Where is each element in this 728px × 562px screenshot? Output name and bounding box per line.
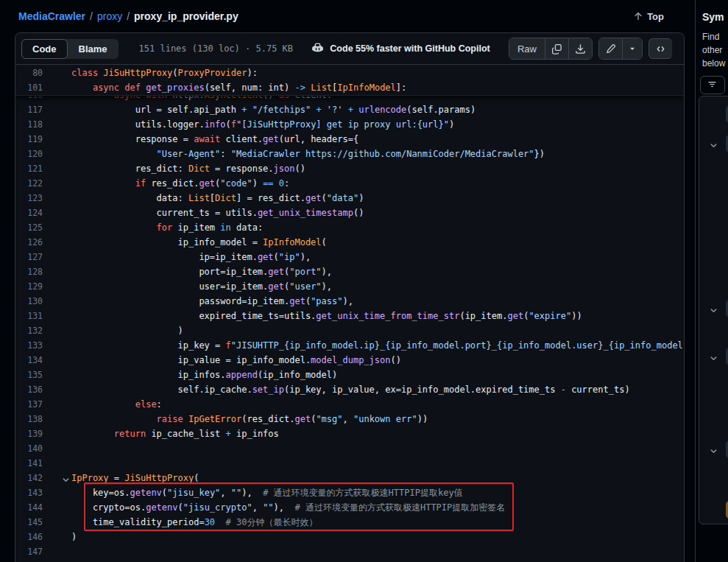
code-line: 80class JiSuHttpProxy(ProxyProvider): <box>15 66 684 80</box>
line-number[interactable]: 122 <box>15 176 43 191</box>
line-number[interactable]: 130 <box>15 294 43 309</box>
symbol-tree-item[interactable] <box>699 105 728 123</box>
chevron-down-icon[interactable] <box>710 139 718 152</box>
raw-button[interactable]: Raw <box>509 38 545 59</box>
line-number[interactable]: 117 <box>15 102 43 117</box>
symbol-tree-item[interactable] <box>699 348 728 365</box>
line-number[interactable]: 131 <box>15 309 43 323</box>
breadcrumb: MediaCrawler / proxy / proxy_ip_provider… <box>18 10 238 22</box>
gutter <box>43 294 71 309</box>
line-number[interactable]: 126 <box>15 235 43 250</box>
gutter <box>43 80 71 95</box>
edit-group <box>598 38 643 60</box>
chevron-down-icon[interactable] <box>710 304 718 317</box>
gutter <box>43 176 71 191</box>
line-number[interactable]: 124 <box>15 206 43 220</box>
line-number[interactable]: 123 <box>15 191 43 206</box>
copy-raw-button[interactable] <box>545 38 569 59</box>
line-number[interactable]: 132 <box>15 323 43 338</box>
line-number[interactable]: 146 <box>15 530 43 544</box>
code-line: 121 res_dict: Dict = response.json() <box>15 161 684 176</box>
line-number[interactable]: 118 <box>15 117 43 132</box>
tab-blame[interactable]: Blame <box>68 39 119 59</box>
code-line: 123 data: List[Dict] = res_dict.get("dat… <box>15 191 684 206</box>
copilot-banner[interactable]: Code 55% faster with GitHub Copilot <box>311 41 490 56</box>
line-number[interactable]: 133 <box>15 338 43 353</box>
line-number[interactable]: 147 <box>15 544 43 559</box>
code-text: time_validity_period=30 # 30分钟（最长时效） <box>71 515 684 530</box>
chevron-down-icon[interactable] <box>710 445 718 458</box>
line-number[interactable]: 127 <box>15 250 43 264</box>
line-number[interactable]: 125 <box>15 220 43 235</box>
gutter <box>43 412 71 426</box>
gutter <box>43 323 71 338</box>
tab-code[interactable]: Code <box>21 39 68 59</box>
download-raw-button[interactable] <box>569 38 592 59</box>
gutter <box>43 102 71 117</box>
line-number[interactable]: 101 <box>15 80 43 95</box>
back-to-top-label: Top <box>647 11 664 22</box>
code-text: user=ip_item.get("user"), <box>71 279 684 294</box>
file-header-bar: MediaCrawler / proxy / proxy_ip_provider… <box>0 0 695 32</box>
caret-down-icon <box>629 45 636 52</box>
line-number[interactable]: 119 <box>15 132 43 147</box>
code-line: 128 port=ip_item.get("port"), <box>15 264 684 279</box>
gutter <box>43 264 71 279</box>
gutter <box>43 220 71 235</box>
symbols-panel-toggle-button[interactable] <box>649 38 672 59</box>
line-number[interactable]: 138 <box>15 412 43 426</box>
line-number[interactable]: 129 <box>15 279 43 294</box>
file-view-card: Code Blame 151 lines (130 loc) · 5.75 KB… <box>15 32 685 562</box>
line-number[interactable]: 140 <box>15 441 43 456</box>
line-number[interactable]: 121 <box>15 161 43 176</box>
file-toolbar: Code Blame 151 lines (130 loc) · 5.75 KB… <box>15 33 684 65</box>
code-text: ip_info_model = IpInfoModel( <box>71 235 684 250</box>
line-number[interactable]: 144 <box>15 500 43 515</box>
line-number[interactable]: 128 <box>15 264 43 279</box>
line-number[interactable]: 139 <box>15 426 43 441</box>
code-text: raise IpGetError(res_dict.get("msg", "un… <box>71 412 684 426</box>
gutter <box>43 338 71 353</box>
code-text: crypto=os.getenv("jisu_crypto", ""), # 通… <box>71 500 684 515</box>
gutter <box>43 147 71 161</box>
gutter <box>43 132 71 147</box>
symbol-tree-item[interactable] <box>699 300 728 317</box>
code-line: 130 password=ip_item.get("pass"), <box>15 294 684 309</box>
symbol-tree-item[interactable] <box>699 440 728 458</box>
symbol-tree-item[interactable] <box>699 501 728 519</box>
code-text: return ip_cache_list + ip_infos <box>71 426 684 441</box>
line-number[interactable]: 135 <box>15 368 43 382</box>
symbol-tree-item[interactable] <box>699 135 728 152</box>
line-number[interactable]: 145 <box>15 515 43 530</box>
arrow-up-icon <box>633 11 643 21</box>
edit-file-button[interactable] <box>599 38 623 59</box>
line-number[interactable]: 134 <box>15 353 43 368</box>
line-number[interactable]: 142 <box>15 471 43 485</box>
chevron-down-icon[interactable] <box>710 352 718 365</box>
code-text: else: <box>71 397 684 412</box>
gutter <box>43 426 71 441</box>
code-pane: 116 async with httpx.AsyncClient() as cl… <box>15 65 684 562</box>
line-number[interactable]: 136 <box>15 382 43 397</box>
breadcrumb-repo-link[interactable]: MediaCrawler <box>18 10 85 22</box>
code-line: 126 ip_info_model = IpInfoModel( <box>15 235 684 250</box>
gutter <box>43 250 71 264</box>
code-line: 129 user=ip_item.get("user"), <box>15 279 684 294</box>
line-number[interactable]: 141 <box>15 456 43 471</box>
code-text: res_dict: Dict = response.json() <box>71 161 684 176</box>
code-line: 117 url = self.api_path + "/fetchips" + … <box>15 102 684 117</box>
code-line: 137 else: <box>15 397 684 412</box>
line-number[interactable]: 143 <box>15 485 43 500</box>
gutter <box>43 515 71 530</box>
code-text: class JiSuHttpProxy(ProxyProvider): <box>71 66 684 80</box>
code-line: 124 current_ts = utils.get_unix_timestam… <box>15 206 684 220</box>
breadcrumb-folder-link[interactable]: proxy <box>97 10 122 22</box>
line-number[interactable]: 120 <box>15 147 43 161</box>
edit-options-dropdown[interactable] <box>623 38 642 59</box>
code-text <box>71 441 684 456</box>
symbols-filter-button[interactable] <box>700 76 725 94</box>
gutter <box>43 544 71 559</box>
line-number[interactable]: 80 <box>15 66 43 80</box>
line-number[interactable]: 137 <box>15 397 43 412</box>
back-to-top-link[interactable]: Top <box>633 11 685 22</box>
